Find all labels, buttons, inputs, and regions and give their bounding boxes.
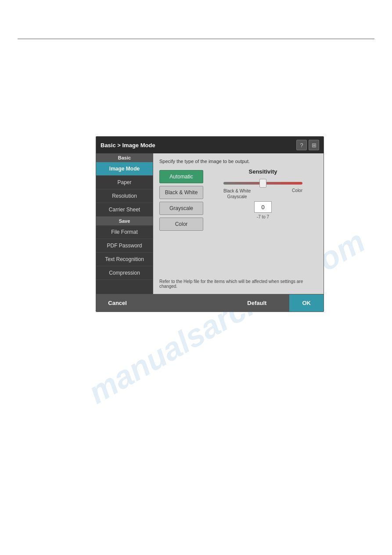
ok-button[interactable]: OK — [289, 294, 324, 312]
slider-value-box[interactable]: 0 — [254, 201, 272, 213]
slider-label-left: Black & WhiteGrayscale — [223, 188, 251, 200]
help-text: Refer to the Help file for the items whi… — [159, 279, 317, 289]
sidebar-item-resolution[interactable]: Resolution — [96, 189, 153, 203]
dialog-body: Basic Image Mode Paper Resolution Carrie… — [96, 153, 324, 294]
slider-label-right: Color — [292, 188, 302, 200]
slider-container: Black & WhiteGrayscale Color — [209, 179, 317, 200]
sidebar-item-pdf-password[interactable]: PDF Password — [96, 239, 153, 253]
cancel-button[interactable]: Cancel — [96, 294, 139, 312]
mode-buttons: Automatic Black & White Grayscale Color — [159, 170, 203, 231]
slider-range-label: -7 to 7 — [257, 214, 269, 219]
sidebar-item-carrier-sheet[interactable]: Carrier Sheet — [96, 203, 153, 217]
instruction-text: Specify the type of the image to be outp… — [159, 159, 317, 164]
page-divider — [18, 39, 374, 39]
image-mode-dialog: Basic > Image Mode ? ⊞ Basic Image Mode … — [96, 136, 324, 312]
help-icon-btn[interactable]: ? — [296, 140, 307, 150]
sidebar-save-label: Save — [96, 217, 153, 225]
main-content: Specify the type of the image to be outp… — [153, 153, 324, 294]
titlebar-icons: ? ⊞ — [296, 140, 319, 150]
dialog-footer: Cancel Default OK — [96, 294, 324, 312]
color-btn[interactable]: Color — [159, 218, 203, 231]
sidebar-item-image-mode[interactable]: Image Mode — [96, 162, 153, 176]
sidebar-basic-label: Basic — [96, 153, 153, 162]
slider-labels: Black & WhiteGrayscale Color — [223, 188, 302, 200]
sensitivity-panel: Sensitivity Black & WhiteGrayscale Color… — [209, 168, 317, 219]
footer-spacer — [139, 294, 225, 312]
grayscale-btn[interactable]: Grayscale — [159, 202, 203, 215]
sidebar: Basic Image Mode Paper Resolution Carrie… — [96, 153, 153, 294]
slider-track[interactable] — [223, 182, 302, 185]
sidebar-item-compression[interactable]: Compression — [96, 266, 153, 280]
sidebar-item-file-format[interactable]: File Format — [96, 225, 153, 239]
default-button[interactable]: Default — [225, 294, 290, 312]
dialog-titlebar: Basic > Image Mode ? ⊞ — [96, 137, 324, 153]
grid-icon-btn[interactable]: ⊞ — [309, 140, 319, 150]
sidebar-item-paper[interactable]: Paper — [96, 176, 153, 189]
automatic-btn[interactable]: Automatic — [159, 170, 203, 183]
slider-thumb[interactable] — [259, 179, 266, 188]
content-row: Automatic Black & White Grayscale Color … — [159, 168, 317, 231]
sensitivity-title: Sensitivity — [248, 168, 277, 175]
sidebar-item-text-recognition[interactable]: Text Recognition — [96, 253, 153, 266]
dialog-title: Basic > Image Mode — [101, 142, 155, 149]
black-white-btn[interactable]: Black & White — [159, 186, 203, 199]
